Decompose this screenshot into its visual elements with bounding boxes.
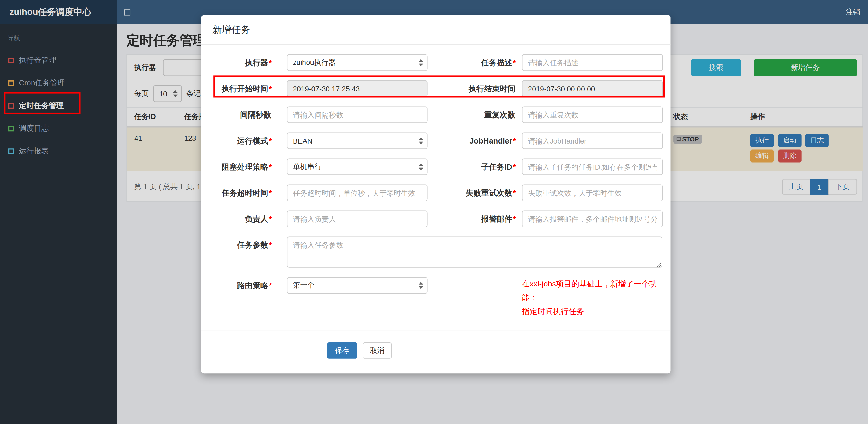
route-strategy-select[interactable]: 第一个 — [287, 277, 428, 294]
repeat-count-input[interactable] — [522, 106, 662, 123]
child-task-id-label: 子任务ID* — [428, 159, 522, 175]
select-caret-icon — [418, 282, 423, 289]
end-time-label: 执行结束时间 — [428, 80, 522, 97]
start-time-label: 执行开始时间* — [201, 80, 287, 97]
run-mode-select[interactable]: BEAN — [287, 133, 428, 149]
block-strategy-select[interactable]: 单机串行 — [287, 159, 428, 175]
form-row: 执行器* zuihou执行器 任务描述* — [201, 55, 671, 71]
select-caret-icon — [418, 137, 423, 144]
form-row-params: 任务参数* — [201, 237, 671, 268]
form-row: 任务超时时间* 失败重试次数* — [201, 185, 671, 201]
form-row: 运行模式* BEAN JobHandler* — [201, 133, 671, 149]
save-button[interactable]: 保存 — [327, 343, 357, 359]
add-task-modal: 新增任务 执行器* zuihou执行器 任务描述* 执行开始时间* 执行结束时间 — [201, 15, 671, 373]
executor-select[interactable]: zuihou执行器 — [287, 55, 428, 71]
form-row-time: 执行开始时间* 执行结束时间 — [201, 80, 671, 97]
form-row-route: 路由策略* 第一个 在xxl-jobs项目的基础上，新增了一个功能： 指定时间执… — [201, 277, 671, 319]
owner-label: 负责人* — [201, 211, 287, 227]
route-note: 在xxl-jobs项目的基础上，新增了一个功能： 指定时间执行任务 — [522, 277, 671, 319]
cancel-button[interactable]: 取消 — [363, 343, 392, 359]
alarm-email-label: 报警邮件* — [428, 211, 522, 227]
modal-body: 执行器* zuihou执行器 任务描述* 执行开始时间* 执行结束时间 间隔秒数 — [201, 45, 671, 373]
screen: zuihou任务调度中心 注销 导航 执行器管理 Cron任务管理 定时任务管理… — [0, 0, 868, 424]
timeout-input[interactable] — [287, 185, 428, 201]
block-strategy-label: 阻塞处理策略* — [201, 159, 287, 175]
modal-header: 新增任务 — [201, 15, 671, 45]
select-caret-icon — [418, 163, 423, 171]
task-params-label: 任务参数* — [201, 237, 287, 253]
alarm-email-input[interactable] — [522, 211, 662, 227]
jobhandler-label: JobHandler* — [428, 133, 522, 149]
end-time-input[interactable] — [522, 80, 662, 97]
owner-input[interactable] — [287, 211, 428, 227]
modal-footer: 保存 取消 — [201, 330, 671, 373]
interval-seconds-input[interactable] — [287, 106, 428, 123]
route-strategy-label: 路由策略* — [201, 277, 287, 294]
select-caret-icon — [418, 59, 423, 66]
run-mode-label: 运行模式* — [201, 133, 287, 149]
start-time-input[interactable] — [287, 80, 428, 97]
form-row: 负责人* 报警邮件* — [201, 211, 671, 227]
task-params-textarea[interactable] — [287, 237, 662, 268]
interval-label: 间隔秒数 — [201, 106, 287, 123]
timeout-label: 任务超时时间* — [201, 185, 287, 201]
repeat-count-label: 重复次数 — [428, 106, 522, 123]
modal-title: 新增任务 — [212, 25, 250, 35]
retry-count-input[interactable] — [522, 185, 662, 201]
form-row: 阻塞处理策略* 单机串行 子任务ID* — [201, 159, 671, 175]
task-desc-label: 任务描述* — [428, 55, 522, 71]
viewport: zuihou任务调度中心 注销 导航 执行器管理 Cron任务管理 定时任务管理… — [0, 0, 868, 424]
task-desc-input[interactable] — [522, 55, 662, 71]
executor-label: 执行器* — [201, 55, 287, 71]
jobhandler-input[interactable] — [522, 133, 662, 149]
child-task-id-input[interactable] — [522, 159, 662, 175]
retry-count-label: 失败重试次数* — [428, 185, 522, 201]
form-row: 间隔秒数 重复次数 — [201, 106, 671, 123]
